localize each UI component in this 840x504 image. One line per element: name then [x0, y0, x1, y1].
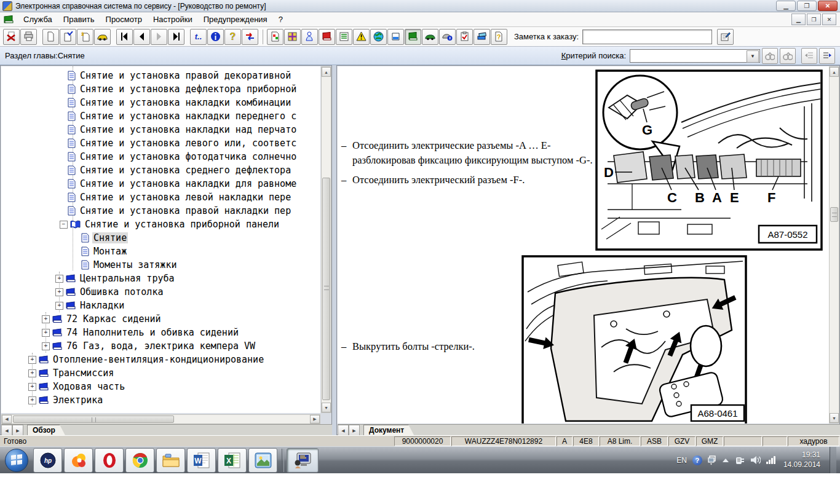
menu-view[interactable]: Просмотр	[101, 13, 147, 26]
tree-item[interactable]: Моменты затяжки	[81, 258, 178, 272]
help-button[interactable]: ?	[224, 29, 241, 45]
scroll-down-button[interactable]: ▼	[322, 403, 331, 412]
document-question-button[interactable]: ?	[491, 29, 507, 45]
restore-button[interactable]: ❐	[797, 1, 817, 11]
menu-edit[interactable]: Править	[58, 13, 100, 26]
list-remove-button[interactable]	[801, 48, 817, 64]
service-person-button[interactable]	[301, 29, 318, 45]
tree-vertical-scrollbar[interactable]: ▲ ▼	[321, 66, 331, 413]
tree-item-selected[interactable]: Снятие	[81, 231, 128, 245]
vehicle-button[interactable]	[94, 29, 111, 45]
scroll-thumb[interactable]	[322, 178, 330, 400]
expand-icon[interactable]: +	[28, 383, 36, 391]
taskbar-app-opera[interactable]	[95, 448, 124, 473]
green-book-button[interactable]	[405, 29, 421, 45]
taskbar-app-hp[interactable]: hp	[33, 448, 62, 473]
tree-item[interactable]: +72 Каркас сидений	[42, 312, 162, 326]
power-plug-icon[interactable]	[735, 455, 745, 465]
globe-button[interactable]	[370, 29, 387, 45]
start-button[interactable]	[5, 449, 28, 472]
clock[interactable]: 19:31 14.09.2014	[783, 451, 820, 470]
expand-icon[interactable]: +	[42, 329, 50, 337]
document-colored-button[interactable]	[267, 29, 283, 45]
taskbar-app-elsa-active[interactable]	[287, 448, 319, 473]
nav-back-button[interactable]	[133, 29, 150, 45]
warning-button[interactable]	[353, 29, 370, 45]
expand-icon[interactable]: +	[42, 315, 50, 323]
tree-item[interactable]: Снятие и установка накладки для равноме	[68, 177, 298, 191]
taskbar-app-excel[interactable]: X	[218, 448, 247, 473]
scroll-right-button[interactable]: ▶	[310, 415, 320, 423]
tree-item[interactable]: Снятие и установка накладки переднего с	[68, 109, 298, 123]
network-icon[interactable]	[766, 456, 775, 464]
search-prev-button[interactable]	[762, 48, 778, 64]
swap-button[interactable]	[242, 29, 258, 45]
tree-item[interactable]: +Ходовая часть	[28, 380, 126, 393]
search-next-button[interactable]	[780, 48, 796, 64]
expand-icon[interactable]: +	[55, 302, 63, 310]
list-button[interactable]	[336, 29, 352, 45]
taskbar-app-chrome[interactable]	[125, 448, 154, 473]
tree-item[interactable]: Монтаж	[81, 245, 128, 258]
volume-icon[interactable]	[750, 455, 761, 465]
expand-icon[interactable]: +	[55, 288, 63, 296]
jump-button[interactable]: t..	[190, 29, 207, 45]
tree-item[interactable]: − Снятие и установка приборной панели	[60, 218, 280, 231]
tree-item[interactable]: Снятие и установка фотодатчика солнечно	[68, 150, 298, 163]
menu-warnings[interactable]: Предупреждения	[199, 13, 272, 26]
tree-item[interactable]: +Обшивка потолка	[55, 285, 164, 299]
document-system-icon[interactable]	[4, 15, 14, 24]
tree-item[interactable]: Снятие и установка правой накладки пер	[68, 204, 292, 218]
tree-item[interactable]: +74 Наполнитель и обивка сидений	[42, 326, 240, 339]
tree-item[interactable]: +Электрика	[28, 393, 104, 407]
mdi-close-button[interactable]: ✕	[822, 14, 836, 25]
fluids-button[interactable]	[387, 29, 404, 45]
new-document-button[interactable]	[42, 29, 59, 45]
action-center-icon[interactable]	[708, 455, 716, 465]
taskbar-app-explorer[interactable]	[156, 448, 185, 473]
document-new-button[interactable]	[77, 29, 93, 45]
scroll-thumb[interactable]	[830, 207, 838, 222]
tree-item[interactable]: Снятие и установка среднего дефлектора	[68, 163, 292, 177]
close-button[interactable]: ✕	[818, 1, 838, 11]
expand-icon[interactable]: +	[28, 356, 36, 364]
nav-first-button[interactable]	[116, 29, 133, 45]
menu-settings[interactable]: Настройки	[148, 13, 197, 26]
vehicle-info-button[interactable]	[439, 29, 456, 45]
expand-icon[interactable]: +	[28, 369, 36, 377]
tree-item[interactable]: +Трансмиссия	[28, 366, 115, 380]
document-vertical-scrollbar[interactable]: ▲ ▼	[829, 66, 839, 423]
scroll-up-button[interactable]: ▲	[830, 67, 839, 77]
chevron-down-icon[interactable]: ▼	[747, 50, 759, 63]
menu-help[interactable]: ?	[274, 13, 288, 26]
hidden-icons-button[interactable]	[722, 458, 729, 463]
print-button[interactable]	[20, 29, 37, 45]
expand-icon[interactable]: +	[28, 396, 36, 404]
taskbar-app-word[interactable]: W	[187, 448, 216, 473]
mdi-minimize-button[interactable]: ▁	[791, 14, 806, 25]
nav-last-button[interactable]	[168, 29, 184, 45]
list-add-button[interactable]	[819, 48, 835, 64]
minimize-button[interactable]: ▁	[776, 1, 796, 11]
tree-item[interactable]: Снятие и установка левой накладки пере	[68, 191, 292, 204]
tree-item[interactable]: +Центральная труба	[55, 272, 176, 285]
order-note-button[interactable]	[717, 29, 734, 45]
document-check-button[interactable]	[60, 29, 76, 45]
tree-item[interactable]: Снятие и установка правой декоративной	[68, 69, 292, 82]
red-book-button[interactable]	[319, 29, 335, 45]
tree-item[interactable]: +Накладки	[55, 299, 125, 312]
tree-item[interactable]: +Отопление-вентиляция-кондиционирование	[28, 353, 265, 366]
parts-catalog-button[interactable]	[284, 29, 301, 45]
tree-item[interactable]: Снятие и установка дефлектора приборной	[68, 82, 298, 96]
taskbar-app-photo[interactable]	[64, 448, 93, 473]
expand-icon[interactable]: +	[42, 342, 50, 350]
tree-item[interactable]: Снятие и установка накладки комбинации	[68, 96, 292, 109]
expand-icon[interactable]: +	[55, 275, 63, 283]
menu-service[interactable]: Служба	[18, 13, 57, 26]
taskbar-app-image-viewer[interactable]	[248, 448, 277, 473]
scroll-down-button[interactable]: ▼	[830, 413, 839, 423]
language-indicator[interactable]: EN	[676, 456, 687, 465]
tree-item[interactable]: +76 Газ, вода, электрика кемпера VW	[42, 339, 256, 353]
order-note-input[interactable]	[582, 30, 712, 44]
show-desktop-button[interactable]	[830, 447, 836, 474]
